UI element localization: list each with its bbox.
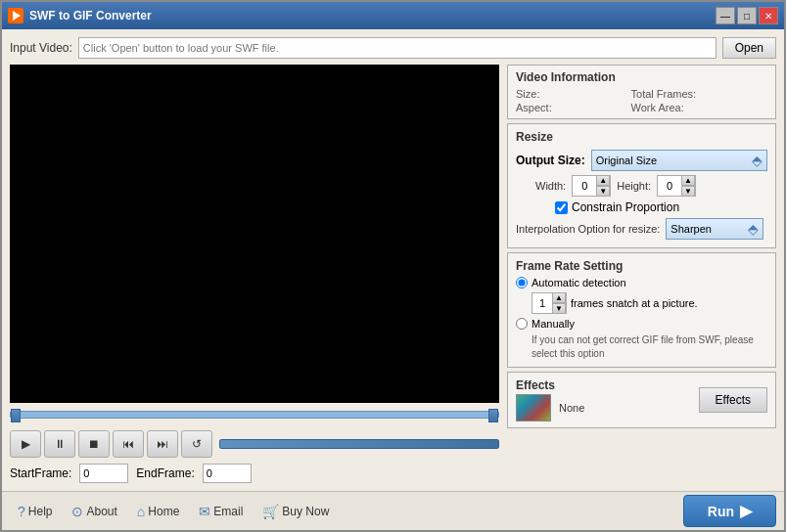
maximize-button[interactable]: □ [737, 7, 757, 24]
playback-controls: ▶ ⏸ ⏹ ⏮ ⏭ ↺ [10, 430, 499, 458]
pause-button[interactable]: ⏸ [44, 430, 75, 458]
frames-down-button[interactable]: ▼ [552, 303, 566, 314]
resize-section: Resize Output Size: Original Size ⬘ Widt… [507, 123, 776, 248]
frames-value: 1 [532, 297, 552, 309]
interp-value: Sharpen [670, 223, 712, 235]
scrubber-track[interactable] [10, 411, 499, 419]
height-value: 0 [658, 180, 681, 192]
video-info-title: Video Information [516, 70, 767, 84]
interp-row: Interpolation Option for resize: Sharpen… [516, 218, 767, 240]
window-title: SWF to GIF Converter [29, 9, 716, 22]
next-button[interactable]: ⏭ [147, 430, 178, 458]
nav-email-label: Email [213, 505, 243, 518]
endframe-label: EndFrame: [136, 466, 194, 480]
interp-arrow-icon: ⬘ [748, 221, 759, 237]
work-area-value [704, 102, 767, 113]
input-row: Input Video: Open [10, 37, 776, 59]
width-spinner[interactable]: 0 ▲ ▼ [572, 175, 611, 197]
dims-row: Width: 0 ▲ ▼ Height: 0 ▲ [516, 175, 767, 197]
size-label: Size: [516, 88, 552, 100]
left-panel: ▶ ⏸ ⏹ ⏮ ⏭ ↺ [10, 65, 499, 483]
run-arrow-icon: ▶ [740, 502, 752, 520]
input-field[interactable] [78, 37, 717, 59]
height-up-button[interactable]: ▲ [681, 175, 695, 186]
aspect-label: Aspect: [516, 102, 552, 113]
manually-desc: If you can not get correct GIF file from… [516, 333, 767, 361]
total-frames-value [704, 88, 767, 100]
frames-spinner[interactable]: 1 ▲ ▼ [532, 292, 567, 314]
effects-section: Effects None Effects [507, 372, 776, 428]
constrain-checkbox[interactable] [555, 201, 568, 214]
help-icon: ? [18, 504, 25, 519]
manually-label: Manually [532, 318, 575, 330]
frame-rate-title: Frame Rate Setting [516, 259, 767, 273]
info-grid: Size: Total Frames: Aspect: Work Area: [516, 88, 767, 113]
progress-bar[interactable] [219, 439, 499, 449]
email-icon: ✉ [199, 504, 210, 519]
video-preview [10, 65, 499, 403]
effects-none-label: None [559, 402, 691, 414]
auto-detect-radio[interactable] [516, 277, 528, 288]
manually-radio[interactable] [516, 318, 528, 330]
scrubber-right-handle[interactable] [488, 409, 498, 422]
manually-row: Manually [516, 318, 767, 330]
size-value [560, 88, 624, 100]
home-icon: ⌂ [137, 504, 145, 519]
nav-about[interactable]: ⊙ About [64, 501, 124, 522]
output-size-row: Output Size: Original Size ⬘ [516, 150, 767, 171]
constrain-label: Constrain Proportion [572, 200, 679, 214]
video-info-section: Video Information Size: Total Frames: As… [507, 65, 776, 119]
frames-suffix: frames snatch at a picture. [571, 297, 698, 309]
endframe-input[interactable] [203, 464, 252, 483]
output-size-arrow-icon: ⬘ [752, 153, 763, 168]
close-button[interactable]: ✕ [759, 7, 778, 24]
width-label: Width: [535, 180, 566, 192]
aspect-value [560, 102, 624, 113]
output-size-label: Output Size: [516, 154, 585, 167]
height-down-button[interactable]: ▼ [681, 186, 695, 197]
title-bar: SWF to GIF Converter — □ ✕ [2, 2, 784, 29]
nav-buy-now[interactable]: 🛒 Buy Now [254, 501, 337, 522]
input-label: Input Video: [10, 41, 72, 55]
constrain-row: Constrain Proportion [516, 200, 767, 214]
width-up-button[interactable]: ▲ [596, 175, 610, 186]
output-size-value: Original Size [596, 155, 657, 166]
buy-icon: 🛒 [262, 504, 279, 519]
effects-title: Effects [516, 378, 691, 392]
interp-label: Interpolation Option for resize: [516, 223, 660, 235]
right-panel: Video Information Size: Total Frames: As… [507, 65, 776, 483]
nav-buy-label: Buy Now [282, 505, 329, 518]
bottom-bar: ? Help ⊙ About ⌂ Home ✉ Email 🛒 Buy Now … [2, 491, 784, 530]
app-icon [8, 8, 23, 23]
nav-email[interactable]: ✉ Email [191, 501, 251, 522]
scrubber-left-handle[interactable] [11, 409, 21, 422]
window-controls: — □ ✕ [716, 7, 778, 24]
auto-detect-label: Automatic detection [532, 277, 626, 288]
nav-home[interactable]: ⌂ Home [129, 501, 187, 522]
startframe-input[interactable] [79, 464, 128, 483]
effects-preview [516, 394, 551, 421]
effects-button[interactable]: Effects [699, 387, 767, 413]
minimize-button[interactable]: — [716, 7, 735, 24]
stop-button[interactable]: ⏹ [78, 430, 110, 458]
height-spinner[interactable]: 0 ▲ ▼ [657, 175, 696, 197]
run-button[interactable]: Run ▶ [683, 495, 776, 527]
frame-row: StartFrame: EndFrame: [10, 464, 499, 483]
total-frames-label: Total Frames: [631, 88, 697, 100]
nav-help[interactable]: ? Help [10, 501, 60, 522]
resize-title: Resize [516, 130, 767, 144]
play-button[interactable]: ▶ [10, 430, 41, 458]
loop-button[interactable]: ↺ [181, 430, 212, 458]
width-down-button[interactable]: ▼ [596, 186, 610, 197]
output-size-select[interactable]: Original Size ⬘ [591, 150, 767, 171]
open-button[interactable]: Open [722, 37, 776, 59]
nav-about-label: About [86, 505, 116, 518]
prev-button[interactable]: ⏮ [113, 430, 144, 458]
content-area: Input Video: Open ▶ [2, 29, 784, 491]
work-area-label: Work Area: [631, 102, 697, 113]
frames-up-button[interactable]: ▲ [552, 292, 566, 303]
main-area: ▶ ⏸ ⏹ ⏮ ⏭ ↺ [10, 65, 776, 483]
run-label: Run [708, 504, 734, 519]
interp-select[interactable]: Sharpen ⬘ [666, 218, 763, 240]
nav-help-label: Help [28, 505, 53, 518]
